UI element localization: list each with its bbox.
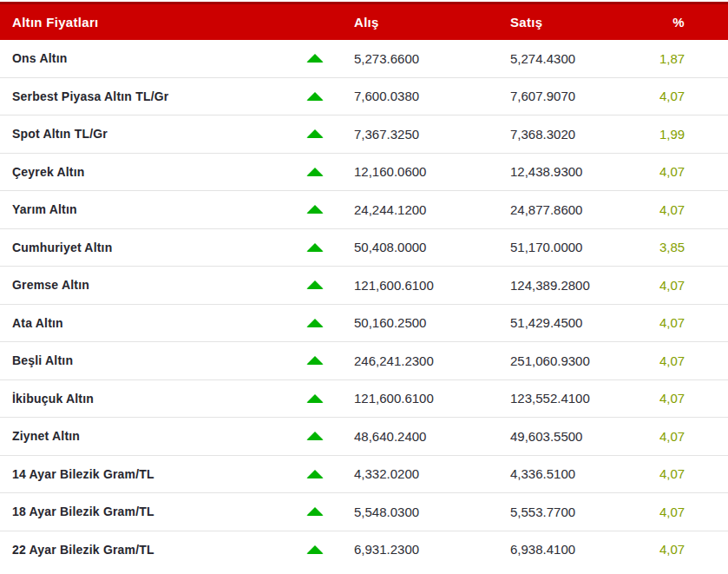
up-arrow-icon: [306, 92, 324, 101]
up-arrow-icon: [306, 243, 324, 252]
up-arrow-icon: [306, 394, 324, 403]
sell-price: 5,553.7700: [510, 505, 659, 519]
up-arrow-icon: [306, 54, 324, 63]
table-row[interactable]: Ons Altın 5,273.6600 5,274.4300 1,87: [0, 40, 728, 78]
buy-price: 24,244.1200: [354, 202, 510, 217]
direction-cell: [305, 129, 354, 138]
direction-cell: [305, 280, 354, 289]
sell-price: 7,607.9070: [510, 89, 659, 103]
sell-price: 24,877.8600: [510, 202, 659, 217]
change-percent: 4,07: [659, 353, 728, 368]
instrument-name: 22 Ayar Bilezik Gram/TL: [0, 543, 305, 557]
sell-price: 124,389.2800: [510, 278, 659, 293]
table-body: Ons Altın 5,273.6600 5,274.4300 1,87 Ser…: [0, 40, 728, 568]
sell-price: 6,938.4100: [510, 542, 659, 557]
buy-price: 7,600.0380: [354, 89, 510, 103]
table-row[interactable]: Ziynet Altın 48,640.2400 49,603.5500 4,0…: [0, 418, 728, 456]
table-row[interactable]: Spot Altın TL/Gr 7,367.3250 7,368.3020 1…: [0, 115, 728, 154]
change-percent: 4,07: [659, 505, 728, 519]
table-row[interactable]: Cumhuriyet Altın 50,408.0000 51,170.0000…: [0, 229, 728, 267]
up-arrow-icon: [306, 356, 324, 365]
sell-price: 12,438.9300: [510, 164, 659, 179]
buy-price: 12,160.0600: [354, 164, 510, 179]
instrument-name: Ons Altın: [0, 51, 305, 65]
sell-price: 123,552.4100: [510, 391, 659, 406]
sell-price: 251,060.9300: [510, 353, 659, 368]
table-header: Altın Fiyatları Alış Satış %: [0, 2, 728, 40]
table-row[interactable]: Gremse Altın 121,600.6100 124,389.2800 4…: [0, 267, 728, 305]
instrument-name: Cumhuriyet Altın: [0, 241, 305, 254]
change-percent: 1,99: [659, 127, 728, 142]
table-row[interactable]: İkibuçuk Altın 121,600.6100 123,552.4100…: [0, 380, 728, 419]
table-row[interactable]: Ata Altın 50,160.2500 51,429.4500 4,07: [0, 305, 728, 343]
direction-cell: [305, 92, 354, 101]
up-arrow-icon: [306, 129, 324, 138]
up-arrow-icon: [306, 507, 324, 516]
direction-cell: [305, 205, 354, 214]
change-percent: 4,07: [659, 315, 728, 330]
direction-cell: [305, 54, 354, 63]
direction-cell: [305, 319, 354, 327]
instrument-name: Beşli Altın: [0, 353, 305, 367]
direction-cell: [305, 507, 354, 516]
buy-price: 50,408.0000: [354, 240, 510, 254]
change-percent: 4,07: [659, 278, 728, 293]
up-arrow-icon: [306, 319, 324, 327]
table-title: Altın Fiyatları: [0, 15, 305, 30]
up-arrow-icon: [306, 432, 324, 440]
change-percent: 4,07: [659, 391, 728, 406]
change-percent: 4,07: [659, 429, 728, 444]
change-percent: 1,87: [659, 51, 728, 66]
instrument-name: Yarım Altın: [0, 202, 305, 216]
sell-price: 51,170.0000: [510, 240, 659, 254]
up-arrow-icon: [306, 205, 324, 214]
direction-cell: [305, 168, 354, 176]
buy-price: 5,273.6600: [354, 51, 510, 66]
buy-price: 50,160.2500: [354, 315, 510, 330]
buy-price: 7,367.3250: [354, 127, 510, 142]
table-row[interactable]: Yarım Altın 24,244.1200 24,877.8600 4,07: [0, 191, 728, 229]
instrument-name: İkibuçuk Altın: [0, 392, 305, 406]
table-row[interactable]: 18 Ayar Bilezik Gram/TL 5,548.0300 5,553…: [0, 493, 728, 531]
up-arrow-icon: [306, 168, 324, 176]
change-percent: 3,85: [659, 240, 728, 254]
instrument-name: Serbest Piyasa Altın TL/Gr: [0, 89, 305, 103]
buy-price: 246,241.2300: [354, 353, 510, 368]
direction-cell: [305, 545, 354, 554]
table-row[interactable]: Beşli Altın 246,241.2300 251,060.9300 4,…: [0, 342, 728, 380]
instrument-name: Gremse Altın: [0, 278, 305, 292]
direction-cell: [305, 432, 354, 440]
buy-price: 121,600.6100: [354, 278, 510, 293]
sell-price: 5,274.4300: [510, 51, 659, 66]
header-col-sell: Satış: [510, 15, 659, 30]
sell-price: 4,336.5100: [510, 466, 659, 481]
header-col-change: %: [659, 15, 728, 30]
direction-cell: [305, 470, 354, 478]
change-percent: 4,07: [659, 89, 728, 103]
table-row[interactable]: Serbest Piyasa Altın TL/Gr 7,600.0380 7,…: [0, 78, 728, 116]
up-arrow-icon: [306, 280, 324, 289]
up-arrow-icon: [306, 545, 324, 554]
table-row[interactable]: Çeyrek Altın 12,160.0600 12,438.9300 4,0…: [0, 154, 728, 192]
instrument-name: 14 Ayar Bilezik Gram/TL: [0, 467, 305, 481]
table-row[interactable]: 14 Ayar Bilezik Gram/TL 4,332.0200 4,336…: [0, 456, 728, 494]
buy-price: 48,640.2400: [354, 429, 510, 444]
header-col-buy: Alış: [354, 15, 510, 30]
table-row[interactable]: 22 Ayar Bilezik Gram/TL 6,931.2300 6,938…: [0, 531, 728, 569]
change-percent: 4,07: [659, 202, 728, 217]
buy-price: 6,931.2300: [354, 542, 510, 557]
change-percent: 4,07: [659, 466, 728, 481]
change-percent: 4,07: [659, 164, 728, 179]
buy-price: 5,548.0300: [354, 505, 510, 519]
direction-cell: [305, 243, 354, 252]
instrument-name: Spot Altın TL/Gr: [0, 127, 305, 141]
direction-cell: [305, 394, 354, 403]
change-percent: 4,07: [659, 542, 728, 557]
direction-cell: [305, 356, 354, 365]
instrument-name: Ata Altın: [0, 316, 305, 330]
instrument-name: Ziynet Altın: [0, 429, 305, 443]
instrument-name: Çeyrek Altın: [0, 165, 305, 179]
buy-price: 4,332.0200: [354, 466, 510, 481]
gold-prices-table: Altın Fiyatları Alış Satış % Ons Altın 5…: [0, 0, 728, 568]
buy-price: 121,600.6100: [354, 391, 510, 406]
